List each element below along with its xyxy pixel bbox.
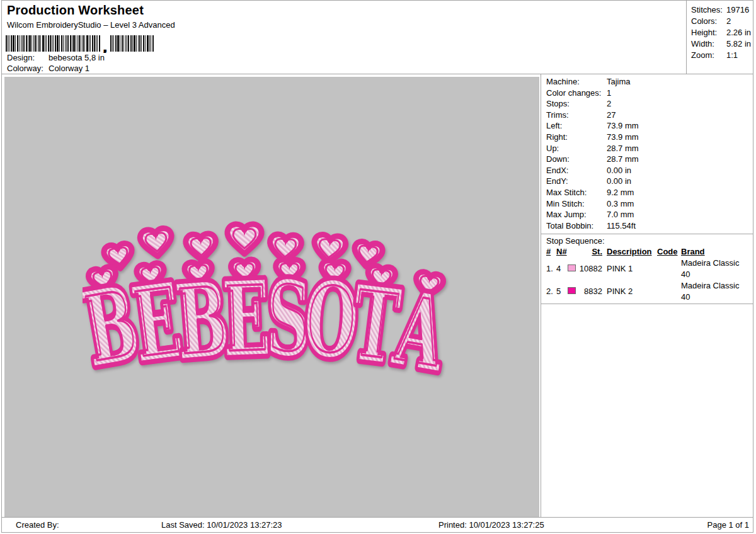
detail-total-bobbin: Total Bobbin:115.54ft xyxy=(546,220,753,232)
col-code: Code xyxy=(657,246,681,258)
detail-min-stitch: Min Stitch:0.3 mm xyxy=(546,198,753,210)
stat-zoom: Zoom:1:1 xyxy=(691,50,753,61)
barcode: , xyxy=(6,35,158,53)
detail-endy: EndY:0.00 in xyxy=(546,176,753,187)
header: Production Worksheet Wilcom EmbroiderySt… xyxy=(2,1,753,74)
detail-color-changes: Color changes:1 xyxy=(546,88,753,99)
stat-stitches: Stitches:19716 xyxy=(691,4,753,16)
machine-details-panel: Machine:Tajima Color changes:1 Stops:2 T… xyxy=(541,74,753,518)
production-worksheet-page: Production Worksheet Wilcom EmbroiderySt… xyxy=(1,0,753,533)
detail-left: Left:73.9 mm xyxy=(546,120,753,132)
last-saved-text: Last Saved: 10/01/2023 13:27:23 xyxy=(161,520,282,530)
stop-sequence-header: # N# St. Description Code Brand xyxy=(546,246,750,258)
stop-sequence-divider xyxy=(541,304,753,304)
detail-right: Right:73.9 mm xyxy=(546,132,753,143)
svg-text:E: E xyxy=(224,265,269,372)
design-name-row: Design: bebesota 5,8 in xyxy=(7,53,105,63)
stat-width: Width:5.82 in xyxy=(691,38,753,50)
detail-down: Down:28.7 mm xyxy=(546,154,753,165)
thread-swatch-pink1 xyxy=(568,264,576,271)
stop-sequence-title: Stop Sequence: xyxy=(546,236,750,246)
design-canvas: BBEEBBEESSOOTTAA xyxy=(4,77,539,517)
machine-details-list: Machine:Tajima Color changes:1 Stops:2 T… xyxy=(541,74,753,231)
col-description: Description xyxy=(607,246,657,258)
design-letter-E: EE xyxy=(221,259,272,378)
footer-bar: Created By: Last Saved: 10/01/2023 13:27… xyxy=(2,517,753,532)
colorway-value: Colorway 1 xyxy=(49,64,89,74)
detail-machine: Machine:Tajima xyxy=(546,76,753,88)
app-subtitle: Wilcom EmbroideryStudio – Level 3 Advanc… xyxy=(7,20,175,30)
floating-heart-icon xyxy=(185,233,217,261)
stat-height: Height:2.26 in xyxy=(691,27,753,38)
col-brand: Brand xyxy=(681,246,750,258)
detail-stops: Stops:2 xyxy=(546,98,753,110)
stop-sequence-row: 1. 4 10882 PINK 1 Madeira Classic 40 xyxy=(546,258,750,280)
embroidery-design: BBEEBBEESSOOTTAA xyxy=(83,217,473,399)
detail-endx: EndX:0.00 in xyxy=(546,165,753,176)
design-word: BBEEBBEESSOOTTAA xyxy=(83,224,455,394)
stop-sequence-row: 2. 5 8832 PINK 2 Madeira Classic 40 xyxy=(546,280,750,303)
page-number: Page 1 of 1 xyxy=(707,520,750,530)
col-needle: N# xyxy=(556,246,578,258)
stats-box: Stitches:19716 Colors:2 Height:2.26 in W… xyxy=(686,1,753,74)
colorway-label: Colorway: xyxy=(7,64,49,74)
detail-max-stitch: Max Stitch:9.2 mm xyxy=(546,187,753,198)
stop-sequence-section: Stop Sequence: # N# St. Description Code… xyxy=(541,234,753,304)
design-label: Design: xyxy=(7,53,49,63)
colorway-row: Colorway: Colorway 1 xyxy=(7,64,89,74)
barcode-separator: , xyxy=(102,38,108,53)
detail-max-jump: Max Jump:7.0 mm xyxy=(546,209,753,220)
col-stitches: St. xyxy=(578,246,602,258)
detail-trims: Trims:27 xyxy=(546,110,753,121)
detail-up: Up:28.7 mm xyxy=(546,143,753,154)
printed-text: Printed: 10/01/2023 13:27:25 xyxy=(438,520,544,530)
floating-heart-icon xyxy=(227,224,261,254)
stat-colors: Colors:2 xyxy=(691,16,753,27)
barcode-segment-2 xyxy=(110,35,154,52)
design-value: bebesota 5,8 in xyxy=(49,53,105,63)
svg-text:B: B xyxy=(176,266,229,375)
created-by-label: Created By: xyxy=(16,520,59,530)
thread-swatch-pink2 xyxy=(568,287,576,294)
col-num: # xyxy=(546,246,556,258)
page-title: Production Worksheet xyxy=(7,3,144,18)
barcode-segment-1 xyxy=(6,35,100,52)
floating-heart-icon xyxy=(139,227,173,258)
